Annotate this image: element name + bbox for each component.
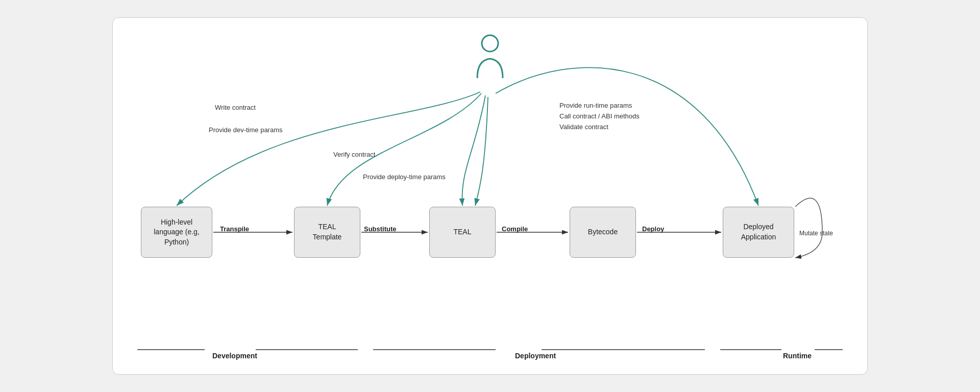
box-bytecode: Bytecode [570, 207, 636, 258]
label-development: Development [212, 352, 257, 360]
box-teal-template: TEAL Template [294, 207, 360, 258]
label-provide-dev-time: Provide dev-time params [209, 126, 283, 134]
label-transpile: Transpile [220, 225, 249, 233]
svg-point-13 [482, 35, 498, 52]
box-teal: TEAL [429, 207, 496, 258]
person-icon [472, 32, 508, 85]
box-deployed-app-label: Deployed Application [741, 222, 776, 242]
box-deployed-app: Deployed Application [723, 207, 794, 258]
box-bytecode-label: Bytecode [588, 227, 618, 237]
label-provide-deploy-time: Provide deploy-time params [363, 173, 446, 181]
box-teal-template-label: TEAL Template [313, 222, 342, 242]
label-runtime: Runtime [783, 352, 812, 360]
box-high-level: High-level language (e.g, Python) [141, 207, 212, 258]
box-teal-label: TEAL [453, 227, 471, 237]
label-deployment: Deployment [515, 352, 556, 360]
label-verify-contract: Verify contract [333, 151, 375, 158]
label-runtime-actions: Provide run-time params Call contract / … [559, 101, 640, 132]
label-substitute: Substitute [364, 225, 397, 233]
label-mutate-state: Mutate state [799, 230, 833, 237]
box-high-level-label: High-level language (e.g, Python) [154, 217, 200, 248]
label-deploy: Deploy [642, 225, 664, 233]
diagram-container: High-level language (e.g, Python) TEAL T… [112, 17, 868, 375]
label-write-contract: Write contract [215, 104, 256, 111]
label-compile: Compile [502, 225, 528, 233]
